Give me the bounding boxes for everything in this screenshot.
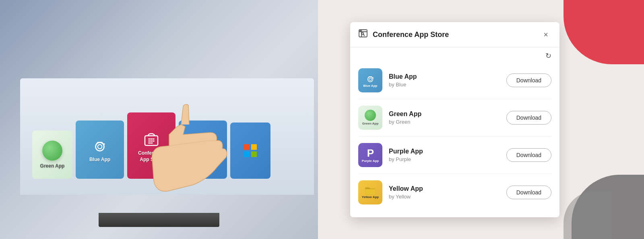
app-item-yellow: Yellow App Yellow App by Yellow Download bbox=[358, 174, 551, 211]
yellow-app-info: Yellow App by Yellow bbox=[389, 185, 500, 200]
tile-green-label: Green App bbox=[40, 163, 65, 169]
dialog-close-button[interactable]: × bbox=[540, 29, 551, 40]
purple-app-icon: P Purple App bbox=[358, 143, 382, 167]
green-app-author: by Green bbox=[389, 119, 500, 125]
blue-app-info: Blue App by Blue bbox=[389, 73, 500, 88]
refresh-button[interactable]: ↻ bbox=[545, 51, 551, 60]
yellow-app-author: by Yellow bbox=[389, 194, 500, 200]
purple-app-letter-icon: P bbox=[367, 147, 374, 159]
green-app-icon-label: Green App bbox=[362, 122, 379, 126]
app-list: Blue App Blue App by Blue Download Green… bbox=[350, 62, 559, 217]
purple-app-download-button[interactable]: Download bbox=[506, 148, 551, 162]
svg-line-25 bbox=[363, 35, 365, 36]
purple-app-icon-label: Purple App bbox=[362, 159, 379, 163]
svg-point-1 bbox=[98, 144, 102, 149]
deco-bottom-right2 bbox=[564, 191, 612, 239]
dialog-store-icon bbox=[358, 29, 368, 41]
camera-icon bbox=[91, 137, 108, 154]
green-app-icon: Green App bbox=[358, 106, 382, 130]
svg-point-23 bbox=[360, 31, 361, 31]
blue-app-author: by Blue bbox=[389, 82, 500, 88]
blue-app-icon: Blue App bbox=[358, 68, 382, 92]
hand-pointer bbox=[137, 102, 266, 223]
blue-app-download-button[interactable]: Download bbox=[506, 74, 551, 87]
purple-app-info: Purple App by Purple bbox=[389, 148, 500, 162]
tile-blue-label: Blue App bbox=[89, 157, 110, 162]
blue-app-icon-label: Blue App bbox=[363, 84, 378, 88]
tile-blue-app: Blue App bbox=[76, 121, 124, 179]
deco-top-right bbox=[564, 0, 644, 64]
yellow-app-download-button[interactable]: Download bbox=[506, 186, 551, 199]
dialog-title: Conference App Store bbox=[373, 31, 449, 39]
green-app-info: Green App by Green bbox=[389, 110, 500, 125]
yellow-app-icon: Yellow App bbox=[358, 180, 382, 204]
conference-app-store-dialog: Conference App Store × ↻ Blue App bbox=[350, 22, 559, 217]
green-app-name: Green App bbox=[389, 110, 500, 118]
svg-point-27 bbox=[369, 78, 372, 80]
svg-point-24 bbox=[362, 33, 364, 35]
svg-point-28 bbox=[373, 77, 374, 78]
blue-app-camera-icon bbox=[365, 73, 376, 84]
svg-point-2 bbox=[103, 143, 105, 145]
yellow-app-folder-icon bbox=[365, 186, 376, 196]
dialog-title-area: Conference App Store bbox=[358, 29, 449, 41]
purple-app-author: by Purple bbox=[389, 156, 500, 162]
app-item-blue: Blue App Blue App by Blue Download bbox=[358, 62, 551, 99]
left-panel: Green App Blue App bbox=[0, 0, 318, 239]
yellow-app-name: Yellow App bbox=[389, 185, 500, 192]
right-panel: Conference App Store × ↻ Blue App bbox=[318, 0, 644, 239]
app-item-green: Green App Green App by Green Download bbox=[358, 99, 551, 137]
dialog-toolbar: ↻ bbox=[350, 47, 559, 62]
store-grid-icon bbox=[358, 29, 368, 38]
green-app-ball-icon bbox=[365, 110, 376, 121]
dialog-header: Conference App Store × bbox=[350, 22, 559, 47]
purple-app-name: Purple App bbox=[389, 148, 500, 155]
app-item-purple: P Purple App Purple App by Purple Downlo… bbox=[358, 137, 551, 174]
tile-green-app: Green App bbox=[32, 131, 72, 179]
green-app-download-button[interactable]: Download bbox=[506, 111, 551, 125]
green-ball-icon bbox=[42, 141, 62, 161]
yellow-app-icon-label: Yellow App bbox=[362, 196, 379, 199]
hand-svg bbox=[137, 102, 266, 223]
blue-app-name: Blue App bbox=[389, 73, 500, 80]
